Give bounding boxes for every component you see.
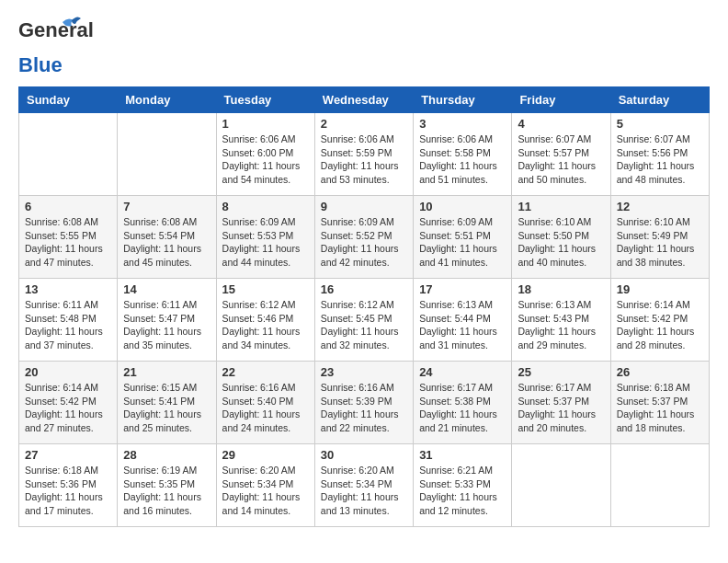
calendar-day-cell: 24Sunrise: 6:17 AMSunset: 5:38 PMDayligh… xyxy=(414,362,512,444)
calendar-day-cell: 23Sunrise: 6:16 AMSunset: 5:39 PMDayligh… xyxy=(314,362,413,444)
day-number: 4 xyxy=(518,117,604,131)
weekday-header: Sunday xyxy=(19,87,118,113)
day-number: 30 xyxy=(321,448,407,462)
day-info: Sunrise: 6:19 AMSunset: 5:35 PMDaylight:… xyxy=(123,464,210,518)
day-info: Sunrise: 6:07 AMSunset: 5:57 PMDaylight:… xyxy=(518,132,604,187)
day-info: Sunrise: 6:14 AMSunset: 5:42 PMDaylight:… xyxy=(617,298,703,352)
day-info: Sunrise: 6:10 AMSunset: 5:50 PMDaylight:… xyxy=(518,215,604,270)
calendar-week-row: 13Sunrise: 6:11 AMSunset: 5:48 PMDayligh… xyxy=(19,279,710,362)
logo-general: General xyxy=(18,18,94,41)
day-info: Sunrise: 6:10 AMSunset: 5:49 PMDaylight:… xyxy=(617,215,703,270)
logo-bird-icon xyxy=(61,15,81,35)
calendar-day-cell: 12Sunrise: 6:10 AMSunset: 5:49 PMDayligh… xyxy=(610,196,709,279)
calendar-day-cell: 21Sunrise: 6:15 AMSunset: 5:41 PMDayligh… xyxy=(118,362,216,444)
day-number: 23 xyxy=(321,365,407,379)
day-info: Sunrise: 6:16 AMSunset: 5:40 PMDaylight:… xyxy=(222,381,309,435)
calendar-day-cell: 2Sunrise: 6:06 AMSunset: 5:59 PMDaylight… xyxy=(314,113,413,196)
calendar-day-cell xyxy=(19,113,118,196)
day-info: Sunrise: 6:08 AMSunset: 5:54 PMDaylight:… xyxy=(123,215,210,270)
calendar-day-cell: 26Sunrise: 6:18 AMSunset: 5:37 PMDayligh… xyxy=(610,362,709,444)
day-info: Sunrise: 6:16 AMSunset: 5:39 PMDaylight:… xyxy=(321,381,407,435)
weekday-header: Tuesday xyxy=(216,87,314,113)
day-info: Sunrise: 6:11 AMSunset: 5:48 PMDaylight:… xyxy=(25,298,111,352)
calendar-day-cell: 7Sunrise: 6:08 AMSunset: 5:54 PMDaylight… xyxy=(118,196,216,279)
weekday-header: Friday xyxy=(512,87,610,113)
day-info: Sunrise: 6:18 AMSunset: 5:36 PMDaylight:… xyxy=(25,464,111,518)
day-number: 5 xyxy=(617,117,703,131)
calendar-day-cell: 9Sunrise: 6:09 AMSunset: 5:52 PMDaylight… xyxy=(314,196,413,279)
weekday-header: Monday xyxy=(118,87,216,113)
calendar-day-cell: 30Sunrise: 6:20 AMSunset: 5:34 PMDayligh… xyxy=(314,444,413,527)
calendar-table: SundayMondayTuesdayWednesdayThursdayFrid… xyxy=(18,86,710,527)
calendar-day-cell: 18Sunrise: 6:13 AMSunset: 5:43 PMDayligh… xyxy=(512,279,610,362)
day-info: Sunrise: 6:07 AMSunset: 5:56 PMDaylight:… xyxy=(617,132,703,187)
calendar-day-cell: 5Sunrise: 6:07 AMSunset: 5:56 PMDaylight… xyxy=(610,113,709,196)
day-info: Sunrise: 6:08 AMSunset: 5:55 PMDaylight:… xyxy=(25,215,111,270)
day-info: Sunrise: 6:21 AMSunset: 5:33 PMDaylight:… xyxy=(419,464,506,518)
day-info: Sunrise: 6:20 AMSunset: 5:34 PMDaylight:… xyxy=(321,464,407,518)
day-info: Sunrise: 6:13 AMSunset: 5:43 PMDaylight:… xyxy=(518,298,604,352)
day-info: Sunrise: 6:11 AMSunset: 5:47 PMDaylight:… xyxy=(123,298,210,352)
day-number: 2 xyxy=(321,117,407,131)
calendar-day-cell: 27Sunrise: 6:18 AMSunset: 5:36 PMDayligh… xyxy=(19,444,118,527)
day-number: 20 xyxy=(25,365,111,379)
day-number: 16 xyxy=(321,282,407,296)
day-info: Sunrise: 6:12 AMSunset: 5:45 PMDaylight:… xyxy=(321,298,407,352)
calendar-week-row: 20Sunrise: 6:14 AMSunset: 5:42 PMDayligh… xyxy=(19,362,710,444)
weekday-header: Wednesday xyxy=(314,87,413,113)
day-info: Sunrise: 6:13 AMSunset: 5:44 PMDaylight:… xyxy=(419,298,506,352)
day-info: Sunrise: 6:06 AMSunset: 5:59 PMDaylight:… xyxy=(321,132,407,187)
day-number: 13 xyxy=(25,282,111,296)
day-info: Sunrise: 6:14 AMSunset: 5:42 PMDaylight:… xyxy=(25,381,111,435)
calendar-day-cell: 3Sunrise: 6:06 AMSunset: 5:58 PMDaylight… xyxy=(414,113,512,196)
day-number: 7 xyxy=(123,200,210,213)
day-info: Sunrise: 6:09 AMSunset: 5:51 PMDaylight:… xyxy=(419,215,506,270)
calendar-day-cell: 1Sunrise: 6:06 AMSunset: 6:00 PMDaylight… xyxy=(216,113,314,196)
day-number: 1 xyxy=(222,117,309,131)
day-number: 25 xyxy=(518,365,604,379)
calendar-day-cell: 4Sunrise: 6:07 AMSunset: 5:57 PMDaylight… xyxy=(512,113,610,196)
calendar-day-cell: 13Sunrise: 6:11 AMSunset: 5:48 PMDayligh… xyxy=(19,279,118,362)
calendar-day-cell: 19Sunrise: 6:14 AMSunset: 5:42 PMDayligh… xyxy=(610,279,709,362)
calendar-week-row: 1Sunrise: 6:06 AMSunset: 6:00 PMDaylight… xyxy=(19,113,710,196)
day-number: 22 xyxy=(222,365,309,379)
calendar-day-cell: 29Sunrise: 6:20 AMSunset: 5:34 PMDayligh… xyxy=(216,444,314,527)
day-info: Sunrise: 6:17 AMSunset: 5:38 PMDaylight:… xyxy=(419,381,506,435)
calendar-week-row: 6Sunrise: 6:08 AMSunset: 5:55 PMDaylight… xyxy=(19,196,710,279)
day-info: Sunrise: 6:20 AMSunset: 5:34 PMDaylight:… xyxy=(222,464,309,518)
day-number: 15 xyxy=(222,282,309,296)
day-number: 12 xyxy=(617,200,703,213)
day-number: 6 xyxy=(25,200,111,213)
calendar-day-cell: 17Sunrise: 6:13 AMSunset: 5:44 PMDayligh… xyxy=(414,279,512,362)
calendar-day-cell: 16Sunrise: 6:12 AMSunset: 5:45 PMDayligh… xyxy=(314,279,413,362)
calendar-day-cell: 14Sunrise: 6:11 AMSunset: 5:47 PMDayligh… xyxy=(118,279,216,362)
calendar-day-cell: 8Sunrise: 6:09 AMSunset: 5:53 PMDaylight… xyxy=(216,196,314,279)
day-number: 17 xyxy=(419,282,506,296)
calendar-day-cell: 25Sunrise: 6:17 AMSunset: 5:37 PMDayligh… xyxy=(512,362,610,444)
day-info: Sunrise: 6:06 AMSunset: 5:58 PMDaylight:… xyxy=(419,132,506,187)
calendar-day-cell: 6Sunrise: 6:08 AMSunset: 5:55 PMDaylight… xyxy=(19,196,118,279)
logo: General Blue xyxy=(18,18,64,77)
calendar-day-cell: 28Sunrise: 6:19 AMSunset: 5:35 PMDayligh… xyxy=(118,444,216,527)
calendar-day-cell: 15Sunrise: 6:12 AMSunset: 5:46 PMDayligh… xyxy=(216,279,314,362)
logo-blue: Blue xyxy=(18,53,63,77)
calendar-day-cell xyxy=(118,113,216,196)
day-info: Sunrise: 6:06 AMSunset: 6:00 PMDaylight:… xyxy=(222,132,309,187)
weekday-header-row: SundayMondayTuesdayWednesdayThursdayFrid… xyxy=(19,87,710,113)
day-number: 31 xyxy=(419,448,506,462)
day-info: Sunrise: 6:18 AMSunset: 5:37 PMDaylight:… xyxy=(617,381,703,435)
day-number: 18 xyxy=(518,282,604,296)
day-number: 14 xyxy=(123,282,210,296)
day-info: Sunrise: 6:09 AMSunset: 5:53 PMDaylight:… xyxy=(222,215,309,270)
day-number: 11 xyxy=(518,200,604,213)
calendar-day-cell: 10Sunrise: 6:09 AMSunset: 5:51 PMDayligh… xyxy=(414,196,512,279)
day-number: 3 xyxy=(419,117,506,131)
day-number: 24 xyxy=(419,365,506,379)
day-info: Sunrise: 6:09 AMSunset: 5:52 PMDaylight:… xyxy=(321,215,407,270)
calendar-day-cell: 11Sunrise: 6:10 AMSunset: 5:50 PMDayligh… xyxy=(512,196,610,279)
day-info: Sunrise: 6:12 AMSunset: 5:46 PMDaylight:… xyxy=(222,298,309,352)
day-info: Sunrise: 6:17 AMSunset: 5:37 PMDaylight:… xyxy=(518,381,604,435)
day-number: 9 xyxy=(321,200,407,213)
day-number: 19 xyxy=(617,282,703,296)
calendar-day-cell xyxy=(610,444,709,527)
